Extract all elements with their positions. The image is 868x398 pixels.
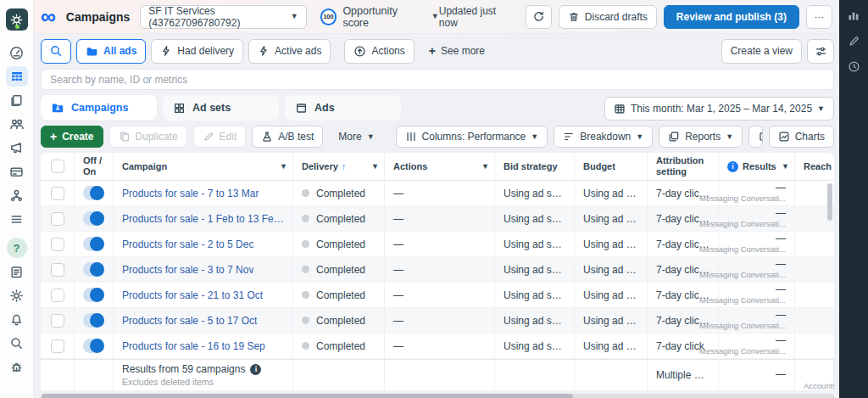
sidebar-item-audiences[interactable] (6, 114, 28, 134)
budget-value: Using ad set bud... (583, 213, 638, 225)
charts-button[interactable]: Charts (769, 126, 834, 148)
campaign-toggle[interactable] (83, 262, 104, 277)
sidebar-item-billing[interactable] (6, 161, 28, 182)
filter-active-ads[interactable]: Active ads (248, 39, 331, 64)
sidebar-item-campaigns[interactable] (6, 66, 28, 87)
sidebar-item-notifications[interactable] (6, 309, 28, 329)
edit-button[interactable]: Edit (193, 126, 247, 148)
chevron-down-icon[interactable]: ▼ (371, 162, 379, 171)
row-checkbox[interactable] (51, 314, 64, 328)
date-range-picker[interactable]: This month: Mar 1, 2025 – Mar 14, 2025 ▼ (604, 97, 834, 121)
sidebar-item-report-problem[interactable] (6, 356, 28, 377)
sidebar-item-all-tools[interactable] (6, 209, 28, 229)
discard-drafts-button[interactable]: Discard drafts (559, 5, 657, 29)
row-checkbox[interactable] (51, 263, 64, 277)
duplicate-button[interactable]: Duplicate (109, 126, 187, 148)
campaign-toggle[interactable] (83, 211, 104, 226)
campaign-name-link[interactable]: Products for sale - 1 Feb to 13 Feb 2022 (122, 213, 284, 225)
table-row: Products for sale - 2 to 5 Dec Completed… (41, 232, 834, 257)
horizontal-scrollbar[interactable] (41, 394, 834, 398)
ad-account-selector[interactable]: SF IT Services (437627096780792) ▼ (140, 5, 306, 29)
sidebar-item-pages[interactable] (6, 90, 28, 110)
campaign-name-link[interactable]: Products for sale - 7 to 13 Mar (122, 188, 259, 199)
campaign-name-link[interactable]: Products for sale - 5 to 17 Oct (122, 315, 257, 327)
search-icon (9, 336, 24, 350)
column-header-campaign[interactable]: Campaign▼ (114, 153, 293, 180)
filter-had-delivery[interactable]: Had delivery (151, 39, 243, 64)
refresh-button[interactable] (526, 5, 552, 29)
sidebar-item-account-overview[interactable] (6, 42, 28, 63)
horizontal-scrollbar-thumb[interactable] (42, 394, 573, 398)
chevron-down-icon: ▼ (431, 13, 439, 20)
row-checkbox[interactable] (51, 187, 64, 200)
sidebar-item-help[interactable]: ? (7, 238, 27, 258)
column-header-budget[interactable]: Budget (575, 153, 648, 180)
sidebar-item-updates[interactable] (6, 261, 28, 282)
campaign-name-link[interactable]: Products for sale - 21 to 31 Oct (122, 289, 263, 301)
filter-actions[interactable]: Actions (344, 39, 414, 64)
sidebar-item-advertise[interactable] (6, 137, 28, 158)
attribution-summary: Multiple attrib... (656, 369, 709, 381)
column-header-off-on[interactable]: Off / On (83, 155, 102, 177)
search-filter-button[interactable] (41, 39, 71, 64)
column-header-bid-strategy[interactable]: Bid strategy (495, 153, 575, 180)
columns-button[interactable]: Columns: Performance ▼ (396, 126, 548, 148)
campaign-name-link[interactable]: Products for sale - 3 to 7 Nov (122, 264, 253, 276)
sidebar-item-settings[interactable] (6, 285, 28, 306)
view-settings-button[interactable] (807, 39, 834, 64)
create-a-view-button[interactable]: Create a view (721, 39, 802, 64)
chevron-down-icon[interactable]: ▼ (782, 162, 789, 171)
toggle-knob (90, 186, 104, 200)
campaign-toggle[interactable] (83, 339, 104, 353)
info-icon[interactable]: i (250, 364, 261, 375)
row-checkbox[interactable] (51, 238, 64, 251)
tab-ad-sets[interactable]: Ad sets (163, 95, 279, 121)
chevron-down-icon[interactable]: ▼ (280, 162, 287, 171)
meta-logo-icon[interactable]: ∞ (41, 6, 56, 27)
edit-rail-button[interactable] (848, 35, 860, 51)
column-header-actions[interactable]: Actions▼ (385, 153, 495, 180)
column-header-delivery[interactable]: Delivery↑▼ (293, 153, 385, 180)
sidebar-item-business-settings[interactable] (6, 185, 28, 205)
bolt-icon (258, 45, 270, 57)
chevron-down-icon: ▼ (367, 133, 375, 141)
info-icon[interactable]: i (727, 161, 738, 172)
campaign-toggle[interactable] (83, 186, 104, 200)
campaign-toggle[interactable] (83, 237, 104, 251)
vertical-scrollbar[interactable] (827, 183, 832, 221)
see-more-filters-button[interactable]: + See more (420, 39, 494, 64)
column-header-reach[interactable]: Reach (795, 153, 834, 180)
row-checkbox[interactable] (51, 289, 64, 302)
tab-campaigns[interactable]: A Campaigns (41, 95, 157, 121)
reports-button[interactable]: Reports ▼ (659, 126, 743, 148)
chevron-down-icon[interactable]: ▼ (481, 162, 489, 171)
row-checkbox[interactable] (51, 212, 64, 226)
campaign-toggle[interactable] (83, 313, 104, 328)
search-input[interactable] (41, 69, 834, 90)
filter-all-ads[interactable]: All ads (76, 39, 146, 64)
create-button[interactable]: + Create (41, 126, 103, 148)
column-header-attribution[interactable]: Attribution setting (648, 153, 719, 180)
more-button[interactable]: More ▼ (329, 126, 383, 148)
ab-test-button[interactable]: A/B test (252, 126, 323, 148)
results-metric-label: Messaging Conversati... (699, 245, 786, 254)
history-rail-button[interactable] (848, 60, 860, 76)
opportunity-score[interactable]: 100 Opportunity score ▼ (320, 5, 439, 29)
review-and-publish-button[interactable]: Review and publish (3) (664, 5, 799, 29)
tab-ads[interactable]: Ads (285, 95, 401, 121)
row-checkbox[interactable] (51, 339, 64, 353)
more-options-button[interactable]: ··· (806, 5, 832, 29)
copy-icon (119, 131, 131, 143)
campaign-toggle[interactable] (83, 288, 104, 302)
svg-text:A: A (56, 105, 60, 111)
breakdown-button[interactable]: Breakdown ▼ (554, 126, 653, 148)
search-row (41, 69, 834, 90)
export-button[interactable]: Export (749, 126, 763, 147)
app-logo[interactable] (6, 8, 28, 31)
select-all-checkbox[interactable] (51, 160, 64, 173)
insights-rail-button[interactable] (847, 8, 860, 25)
sidebar-item-search[interactable] (6, 333, 28, 353)
campaign-name-link[interactable]: Products for sale - 16 to 19 Sep (122, 340, 265, 352)
column-header-results[interactable]: iResults▼ (719, 153, 795, 180)
campaign-name-link[interactable]: Products for sale - 2 to 5 Dec (122, 238, 253, 250)
